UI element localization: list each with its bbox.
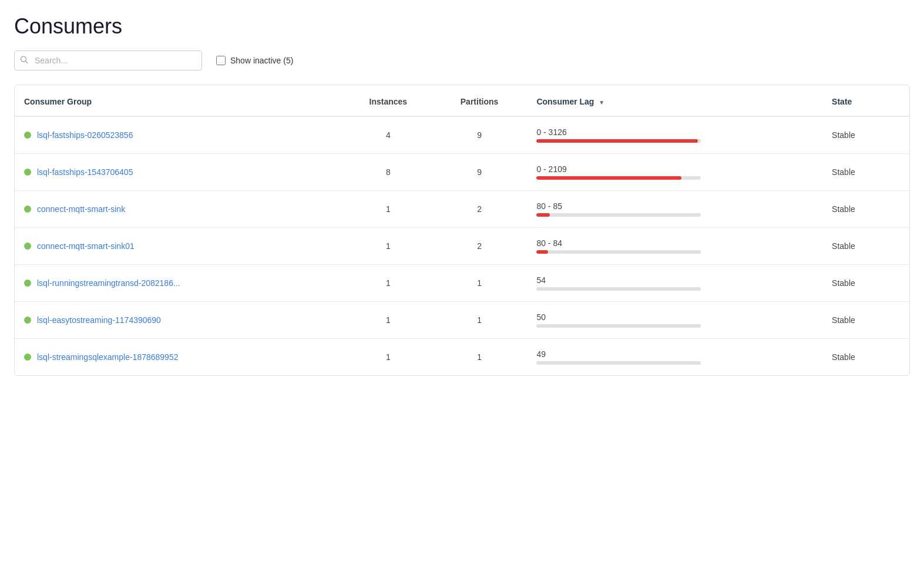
cell-instances: 1: [345, 228, 432, 265]
sort-icon: ▼: [599, 99, 604, 106]
lag-bar-bg: [536, 361, 701, 365]
lag-value: 0 - 2109: [536, 164, 813, 174]
cell-partitions: 1: [432, 265, 527, 302]
cell-state: Stable: [822, 302, 909, 339]
status-dot: [24, 243, 31, 250]
show-inactive-checkbox[interactable]: [216, 56, 226, 65]
col-header-group: Consumer Group: [15, 85, 345, 116]
status-dot: [24, 206, 31, 213]
lag-bar-bg: [536, 287, 701, 291]
cell-lag: 80 - 84: [527, 228, 822, 265]
group-link[interactable]: lsql-easytostreaming-1174390690: [37, 315, 161, 325]
cell-partitions: 9: [432, 116, 527, 154]
cell-lag: 0 - 3126: [527, 116, 822, 154]
cell-partitions: 9: [432, 154, 527, 191]
svg-line-1: [26, 61, 28, 63]
cell-partitions: 2: [432, 228, 527, 265]
lag-bar-bg: [536, 250, 701, 254]
cell-state: Stable: [822, 339, 909, 376]
col-header-state: State: [822, 85, 909, 116]
cell-state: Stable: [822, 116, 909, 154]
search-input[interactable]: [14, 51, 202, 70]
cell-lag: 54: [527, 265, 822, 302]
lag-value: 49: [536, 349, 813, 359]
lag-bar-fill: [536, 139, 697, 143]
page-title: Consumers: [14, 14, 910, 39]
lag-bar-bg: [536, 176, 701, 180]
lag-bar-bg: [536, 213, 701, 217]
cell-lag: 49: [527, 339, 822, 376]
cell-instances: 1: [345, 302, 432, 339]
status-dot: [24, 317, 31, 324]
lag-bar-bg: [536, 139, 701, 143]
table-row: lsql-streamingsqlexample-1878689952 11 4…: [15, 339, 909, 376]
table-row: lsql-easytostreaming-1174390690 11 50 St…: [15, 302, 909, 339]
table-row: lsql-fastships-0260523856 49 0 - 3126 St…: [15, 116, 909, 154]
status-dot: [24, 354, 31, 361]
cell-state: Stable: [822, 265, 909, 302]
cell-partitions: 1: [432, 302, 527, 339]
cell-instances: 1: [345, 265, 432, 302]
group-link[interactable]: lsql-fastships-0260523856: [37, 130, 133, 140]
toolbar: Show inactive (5): [14, 51, 910, 70]
table-row: connect-mqtt-smart-sink 12 80 - 85 Stabl…: [15, 191, 909, 228]
lag-value: 54: [536, 275, 813, 285]
cell-instances: 1: [345, 191, 432, 228]
cell-state: Stable: [822, 154, 909, 191]
status-dot: [24, 169, 31, 176]
lag-bar-fill: [536, 213, 549, 217]
lag-bar-fill: [536, 250, 548, 254]
cell-lag: 80 - 85: [527, 191, 822, 228]
lag-value: 80 - 85: [536, 201, 813, 211]
table-row: lsql-runningstreamingtransd-2082186... 1…: [15, 265, 909, 302]
cell-state: Stable: [822, 228, 909, 265]
group-link[interactable]: lsql-fastships-1543706405: [37, 167, 133, 177]
cell-instances: 8: [345, 154, 432, 191]
cell-instances: 1: [345, 339, 432, 376]
consumers-table-container: Consumer Group Instances Partitions Cons…: [14, 85, 910, 376]
status-dot: [24, 132, 31, 139]
table-row: lsql-fastships-1543706405 89 0 - 2109 St…: [15, 154, 909, 191]
group-link[interactable]: connect-mqtt-smart-sink01: [37, 241, 135, 251]
cell-lag: 50: [527, 302, 822, 339]
lag-value: 0 - 3126: [536, 127, 813, 137]
lag-value: 50: [536, 312, 813, 322]
status-dot: [24, 280, 31, 287]
show-inactive-label[interactable]: Show inactive (5): [216, 56, 293, 65]
group-link[interactable]: connect-mqtt-smart-sink: [37, 204, 125, 214]
table-row: connect-mqtt-smart-sink01 12 80 - 84 Sta…: [15, 228, 909, 265]
cell-state: Stable: [822, 191, 909, 228]
lag-bar-fill: [536, 176, 681, 180]
cell-partitions: 2: [432, 191, 527, 228]
cell-instances: 4: [345, 116, 432, 154]
lag-bar-bg: [536, 324, 701, 328]
col-header-lag[interactable]: Consumer Lag ▼: [527, 85, 822, 116]
col-header-instances: Instances: [345, 85, 432, 116]
group-link[interactable]: lsql-runningstreamingtransd-2082186...: [37, 278, 180, 288]
search-wrapper: [14, 51, 202, 70]
search-icon: [20, 56, 28, 66]
col-header-partitions: Partitions: [432, 85, 527, 116]
cell-lag: 0 - 2109: [527, 154, 822, 191]
lag-value: 80 - 84: [536, 238, 813, 248]
show-inactive-text: Show inactive (5): [230, 56, 293, 65]
group-link[interactable]: lsql-streamingsqlexample-1878689952: [37, 352, 178, 362]
cell-partitions: 1: [432, 339, 527, 376]
consumers-table: Consumer Group Instances Partitions Cons…: [15, 85, 909, 375]
